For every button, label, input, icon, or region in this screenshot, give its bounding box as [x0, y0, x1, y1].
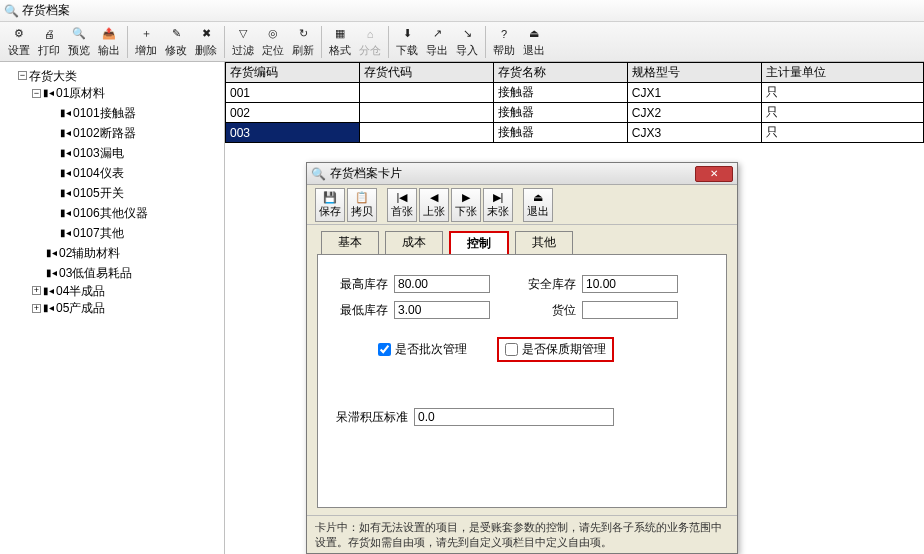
delete-icon: ✖ [198, 26, 214, 42]
tree-expander[interactable]: + [32, 304, 41, 313]
toolbar-download-button[interactable]: ⬇下载 [392, 24, 422, 60]
window-titlebar: 🔍 存货档案 [0, 0, 924, 22]
tree-node[interactable]: + ▮◂ 05产成品 [32, 300, 105, 316]
toolbar-preview-button[interactable]: 🔍预览 [64, 24, 94, 60]
help-icon: ? [496, 26, 512, 42]
grid-header[interactable]: 存货名称 [493, 63, 627, 83]
dialog-prev-button[interactable]: ◀上张 [419, 188, 449, 222]
window-title: 存货档案 [22, 2, 70, 19]
dialog-toolbar: 💾保存📋拷贝|◀首张◀上张▶下张▶|末张⏏退出 [307, 185, 737, 225]
tab-其他[interactable]: 其他 [515, 231, 573, 254]
tree-node[interactable]: ▮◂ 02辅助材料 [32, 245, 120, 261]
tree-expander[interactable]: + [32, 286, 41, 295]
category-tree[interactable]: − 存货大类− ▮◂ 01原材料▮◂ 0101接触器▮◂ 0102断路器▮◂ 0… [4, 66, 220, 316]
item-icon: ▮◂ [60, 165, 71, 181]
shelf-checkbox[interactable] [505, 343, 518, 356]
tree-expander[interactable]: − [32, 89, 41, 98]
shelf-checkbox-label: 是否保质期管理 [522, 341, 606, 358]
dialog-close-button[interactable]: ✕ [695, 166, 733, 182]
copy-icon: 📋 [355, 190, 369, 204]
bin-input[interactable] [582, 301, 678, 319]
add-icon: ＋ [138, 26, 154, 42]
dialog-footer-note: 卡片中：如有无法设置的项目，是受账套参数的控制，请先到各子系统的业务范围中设置。… [307, 515, 737, 553]
toolbar-split-button: ⌂分仓 [355, 24, 385, 60]
tree-expander[interactable]: − [18, 71, 27, 80]
toolbar-settings-button[interactable]: ⚙设置 [4, 24, 34, 60]
table-row[interactable]: 002接触器CJX2只 [226, 103, 924, 123]
folder-icon: ▮◂ [43, 283, 54, 299]
export-icon: ↗ [429, 26, 445, 42]
tree-node[interactable]: ▮◂ 0107其他 [46, 225, 124, 241]
max-stock-input[interactable] [394, 275, 490, 293]
item-icon: ▮◂ [60, 105, 71, 121]
tab-成本[interactable]: 成本 [385, 231, 443, 254]
first-icon: |◀ [397, 190, 408, 204]
next-icon: ▶ [462, 190, 470, 204]
dialog-titlebar: 🔍 存货档案卡片 ✕ [307, 163, 737, 185]
tree-node[interactable]: ▮◂ 0105开关 [46, 185, 124, 201]
toolbar-exit-button[interactable]: ⏏退出 [519, 24, 549, 60]
toolbar-refresh-button[interactable]: ↻刷新 [288, 24, 318, 60]
toolbar-export-button[interactable]: ↗导出 [422, 24, 452, 60]
tree-node[interactable]: ▮◂ 03低值易耗品 [32, 265, 132, 281]
inventory-card-dialog: 🔍 存货档案卡片 ✕ 💾保存📋拷贝|◀首张◀上张▶下张▶|末张⏏退出 基本成本控… [306, 162, 738, 554]
tree-node[interactable]: + ▮◂ 04半成品 [32, 283, 105, 299]
tab-控制[interactable]: 控制 [449, 231, 509, 254]
magnifier-icon: 🔍 [311, 167, 326, 181]
tree-node[interactable]: ▮◂ 0106其他仪器 [46, 205, 148, 221]
min-stock-input[interactable] [394, 301, 490, 319]
dialog-save-button[interactable]: 💾保存 [315, 188, 345, 222]
table-row[interactable]: 001接触器CJX1只 [226, 83, 924, 103]
batch-checkbox-wrap[interactable]: 是否批次管理 [378, 341, 467, 358]
tree-node[interactable]: ▮◂ 0103漏电 [46, 145, 124, 161]
safe-stock-input[interactable] [582, 275, 678, 293]
item-icon: ▮◂ [60, 205, 71, 221]
inventory-grid[interactable]: 存货编码存货代码存货名称规格型号主计量单位 001接触器CJX1只002接触器C… [225, 62, 924, 143]
tree-node[interactable]: ▮◂ 0104仪表 [46, 165, 124, 181]
bin-label: 货位 [520, 302, 576, 319]
tree-node[interactable]: ▮◂ 0101接触器 [46, 105, 136, 121]
toolbar-filter-button[interactable]: ▽过滤 [228, 24, 258, 60]
item-icon: ▮◂ [60, 185, 71, 201]
folder-icon: ▮◂ [46, 265, 57, 281]
toolbar-import-button[interactable]: ↘导入 [452, 24, 482, 60]
dialog-next-button[interactable]: ▶下张 [451, 188, 481, 222]
batch-checkbox[interactable] [378, 343, 391, 356]
grid-header[interactable]: 存货代码 [359, 63, 493, 83]
toolbar-locate-button[interactable]: ◎定位 [258, 24, 288, 60]
prev-icon: ◀ [430, 190, 438, 204]
dialog-exit-button[interactable]: ⏏退出 [523, 188, 553, 222]
toolbar-edit-button[interactable]: ✎修改 [161, 24, 191, 60]
download-icon: ⬇ [399, 26, 415, 42]
tree-node[interactable]: ▮◂ 0102断路器 [46, 125, 136, 141]
print-icon: 🖨 [41, 26, 57, 42]
dialog-first-button[interactable]: |◀首张 [387, 188, 417, 222]
table-row[interactable]: 003接触器CJX3只 [226, 123, 924, 143]
grid-header[interactable]: 存货编码 [226, 63, 360, 83]
toolbar-format-button[interactable]: ▦格式 [325, 24, 355, 60]
max-stock-label: 最高库存 [332, 276, 388, 293]
edit-icon: ✎ [168, 26, 184, 42]
tab-基本[interactable]: 基本 [321, 231, 379, 254]
tab-panel-control: 最高库存 安全库存 最低库存 货位 是否批次管理 [317, 254, 727, 508]
grid-header[interactable]: 主计量单位 [761, 63, 923, 83]
toolbar-add-button[interactable]: ＋增加 [131, 24, 161, 60]
toolbar-print-button[interactable]: 🖨打印 [34, 24, 64, 60]
item-icon: ▮◂ [60, 125, 71, 141]
toolbar-help-button[interactable]: ?帮助 [489, 24, 519, 60]
stagnant-label: 呆滞积压标准 [332, 409, 408, 426]
tree-node[interactable]: − ▮◂ 01原材料 [32, 85, 105, 101]
folder-icon: ▮◂ [46, 245, 57, 261]
import-icon: ↘ [459, 26, 475, 42]
format-icon: ▦ [332, 26, 348, 42]
output-icon: 📤 [101, 26, 117, 42]
grid-header[interactable]: 规格型号 [627, 63, 761, 83]
dialog-copy-button[interactable]: 📋拷贝 [347, 188, 377, 222]
toolbar-delete-button[interactable]: ✖删除 [191, 24, 221, 60]
stagnant-input[interactable] [414, 408, 614, 426]
locate-icon: ◎ [265, 26, 281, 42]
shelf-checkbox-wrap[interactable]: 是否保质期管理 [497, 337, 614, 362]
folder-icon: ▮◂ [43, 300, 54, 316]
dialog-last-button[interactable]: ▶|末张 [483, 188, 513, 222]
toolbar-output-button[interactable]: 📤输出 [94, 24, 124, 60]
